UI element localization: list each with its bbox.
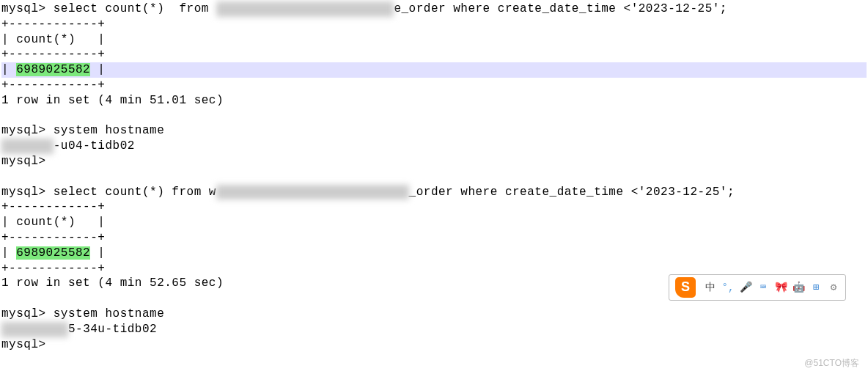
count-value: 6989025582 (16, 63, 90, 76)
table-header: | count(*) | (1, 32, 867, 48)
cell-right: | (90, 63, 105, 76)
watermark-text: @51CTO博客 (804, 358, 859, 370)
redacted-table: xxxxxxxxxxxxxxxxxxxxxxxx (216, 1, 394, 17)
prompt: mysql> (1, 2, 54, 15)
prompt: mysql> (1, 186, 54, 199)
sql-text: _order where create_date_time <'2023-12-… (409, 186, 735, 199)
blank-line (1, 169, 867, 185)
sql-text: e_order where create_date_time <'2023-12… (394, 2, 727, 15)
result-row: | 6989025582 | (1, 62, 867, 78)
mic-icon[interactable]: 🎤 (740, 282, 751, 293)
punct-icon[interactable]: °, (722, 282, 734, 293)
hostname-cmd-1: mysql> system hostname (1, 123, 867, 139)
prompt: mysql> (1, 154, 867, 169)
table-border: +------------+ (1, 199, 867, 215)
cmd-text: system hostname (54, 124, 165, 137)
skin-icon[interactable]: 🎀 (775, 282, 787, 293)
apps-icon[interactable]: ⊞ (810, 282, 822, 293)
table-border: +------------+ (1, 78, 867, 93)
table-header: | count(*) | (1, 215, 867, 230)
sql-text: select count(*) from w (54, 186, 216, 199)
table-border: +------------+ (1, 230, 867, 246)
prompt: mysql> (1, 124, 54, 137)
redacted-host: xxxxxxx (1, 139, 54, 154)
hostname-cmd-2: mysql> system hostname (1, 307, 867, 322)
prompt: mysql> (1, 337, 867, 353)
gear-icon[interactable]: ⚙ (828, 282, 839, 293)
blank-line (1, 109, 867, 124)
count-value: 6989025582 (16, 246, 90, 260)
sogou-badge-icon[interactable]: S (675, 277, 696, 298)
robot-icon[interactable]: 🤖 (792, 282, 804, 293)
cell-right: | (90, 246, 105, 260)
lang-zh-button[interactable]: 中 (705, 282, 716, 293)
cmd-text: system hostname (54, 307, 165, 320)
timing-text: 1 row in set (4 min 51.01 sec) (1, 93, 867, 109)
sql-line-2: mysql> select count(*) from wxxxxxxxxxxx… (1, 185, 867, 200)
hostname-output-2: xxxxxxxxx5-34u-tidb02 (1, 322, 867, 337)
keyboard-icon[interactable]: ⌨ (757, 282, 769, 293)
redacted-host: xxxxxxxxx (1, 322, 68, 337)
prompt: mysql> (1, 307, 54, 320)
host-tail: -u04-tidb02 (54, 139, 135, 153)
sql-line-1: mysql> select count(*) from xxxxxxxxxxxx… (1, 1, 867, 17)
sql-text: select count(*) from (54, 2, 216, 15)
host-tail: 5-34u-tidb02 (68, 323, 157, 336)
ime-toolbar[interactable]: S 中 °, 🎤 ⌨ 🎀 🤖 ⊞ ⚙ (669, 274, 846, 301)
table-border: +------------+ (1, 17, 867, 32)
cell-left: | (1, 63, 16, 76)
redacted-table: xxxxxxxxxxxxxxxxxxxxxxxxxx (216, 185, 409, 200)
hostname-output-1: xxxxxxx-u04-tidb02 (1, 139, 867, 154)
table-border: +------------+ (1, 47, 867, 62)
cell-left: | (1, 246, 16, 260)
result-row-2: | 6989025582 | (1, 246, 867, 261)
